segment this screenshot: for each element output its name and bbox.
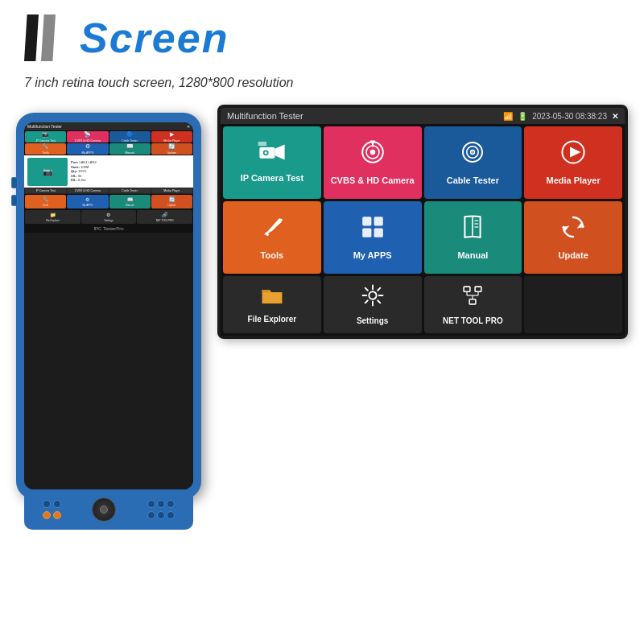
- tools-label: Tools: [261, 250, 284, 261]
- ctrl-btn-8[interactable]: [147, 511, 155, 519]
- mini-cell-2[interactable]: 📡 CVBS & HD Camera: [67, 131, 108, 142]
- svg-rect-21: [374, 229, 382, 237]
- monitor-grid: IP Camera Test CVBS & HD Camera: [221, 124, 625, 276]
- subtitle-text: 7 inch retina touch screen, 1280*800 res…: [0, 69, 644, 105]
- mini-manual[interactable]: 📖Manual: [109, 195, 151, 208]
- mini-settings[interactable]: ⚙Settings: [81, 210, 137, 224]
- mini-cell-6[interactable]: ⚙ My APPS: [67, 143, 108, 155]
- grid-cell-tools[interactable]: Tools: [223, 201, 321, 274]
- mini-cell-7[interactable]: 📖 Manual: [109, 143, 151, 155]
- mini-file[interactable]: 📁File Explorer: [25, 210, 80, 224]
- monitor-title: Multifunction Tester: [227, 111, 303, 121]
- mini-cell-1[interactable]: 📷 IP Camera Test: [25, 131, 66, 142]
- ctrl-btn-9[interactable]: [157, 511, 165, 519]
- device-controls: [24, 489, 193, 530]
- ctrl-btn-1[interactable]: [43, 500, 51, 508]
- side-knobs: [11, 177, 18, 206]
- ctrl-btn-10[interactable]: [167, 511, 175, 519]
- mini-cell-5[interactable]: 🔧 Tools: [25, 143, 66, 155]
- svg-line-16: [266, 219, 279, 233]
- device-logo-text: IPC TesterPro: [24, 225, 193, 233]
- settings-icon: [361, 284, 384, 312]
- media-label: Media Player: [546, 175, 600, 186]
- header-section: Screen: [0, 0, 644, 69]
- datetime: 2023-05-30 08:38:23: [532, 112, 607, 121]
- page-title: Screen: [80, 17, 229, 59]
- main-content: Multifunction Tester ✕ 📷 IP Camera Test …: [0, 105, 644, 499]
- ip-camera-label: IP Camera Test: [241, 173, 303, 184]
- bottom-cell-empty: [524, 276, 622, 333]
- device-body: Multifunction Tester ✕ 📷 IP Camera Test …: [16, 113, 201, 499]
- svg-rect-30: [469, 299, 476, 304]
- media-icon: [560, 139, 586, 169]
- grid-cell-apps[interactable]: My APPS: [324, 201, 422, 274]
- device-info-bar: 📷 Port: LAN1 LAN2 State: 100M Qty: 100% …: [24, 155, 193, 188]
- ctrl-btn-4[interactable]: [53, 511, 61, 519]
- svg-rect-20: [362, 229, 371, 237]
- knob-2: [11, 195, 18, 206]
- cable-label: Cable Tester: [447, 175, 499, 186]
- grid-cell-media[interactable]: Media Player: [524, 126, 622, 199]
- svg-rect-18: [362, 217, 371, 225]
- ctrl-btn-2[interactable]: [53, 500, 61, 508]
- grid-cell-update[interactable]: Update: [524, 201, 622, 274]
- device-screen: Multifunction Tester ✕ 📷 IP Camera Test …: [24, 122, 193, 489]
- svg-point-13: [473, 151, 474, 153]
- cable-icon: [460, 139, 485, 169]
- svg-marker-9: [369, 141, 374, 146]
- svg-rect-4: [258, 142, 266, 146]
- file-explorer-label: File Explorer: [248, 315, 297, 324]
- ctrl-btn-7[interactable]: [167, 500, 175, 508]
- signal-icon: 📶: [503, 112, 513, 121]
- cvbs-icon: [360, 139, 386, 169]
- device-title-bar: Multifunction Tester ✕: [24, 122, 193, 130]
- close-icon[interactable]: ✕: [612, 112, 618, 121]
- device-title-label: Multifunction Tester: [27, 124, 62, 129]
- net-tool-label: NET TOOL PRO: [443, 316, 503, 325]
- mini-cell-4[interactable]: ▶ Media Player: [151, 131, 192, 142]
- grid-cell-cable[interactable]: Cable Tester: [424, 126, 522, 199]
- mini-update[interactable]: 🔄Update: [151, 195, 192, 208]
- bottom-cell-net[interactable]: NET TOOL PRO: [424, 276, 522, 333]
- mini-net[interactable]: 🔗NET TOOL PRO: [137, 210, 192, 224]
- strip-1: [24, 14, 39, 61]
- knob-1: [11, 177, 18, 188]
- bottom-cell-file[interactable]: File Explorer: [223, 276, 321, 333]
- monitor-bottom-row: File Explorer Settings: [221, 276, 625, 336]
- apps-label: My APPS: [353, 250, 392, 261]
- ctrl-btn-5[interactable]: [147, 500, 155, 508]
- ip-camera-icon: [258, 142, 287, 167]
- grid-cell-ip-camera[interactable]: IP Camera Test: [223, 126, 321, 199]
- mini-label-3[interactable]: Cable Tester: [109, 188, 151, 193]
- cvbs-label: CVBS & HD Camera: [331, 175, 415, 186]
- mini-tools[interactable]: 🔧Tools: [25, 195, 66, 208]
- apps-icon: [360, 214, 386, 244]
- svg-marker-1: [275, 144, 284, 159]
- mini-label-4[interactable]: Media Player: [151, 188, 192, 193]
- net-tool-icon: [461, 284, 484, 312]
- mini-label-2[interactable]: CVBS & HD Camera: [67, 188, 108, 193]
- mini-apps[interactable]: ⚙My APPS: [67, 195, 108, 208]
- svg-rect-19: [374, 217, 382, 225]
- device-title-right: ✕: [187, 124, 190, 129]
- update-icon: [560, 214, 586, 244]
- bottom-cell-settings[interactable]: Settings: [324, 276, 422, 333]
- ctrl-btn-6[interactable]: [157, 500, 165, 508]
- info-text: Port: LAN1 LAN2 State: 100M Qty: 100% U/…: [71, 160, 97, 183]
- svg-point-7: [369, 150, 374, 155]
- grid-cell-cvbs[interactable]: CVBS & HD Camera: [324, 126, 422, 199]
- mini-cell-8[interactable]: 🔄 Update: [151, 143, 192, 155]
- svg-rect-29: [475, 287, 481, 291]
- monitor: Multifunction Tester 📶 🔋 2023-05-30 08:3…: [217, 105, 628, 339]
- svg-point-27: [369, 291, 376, 299]
- file-explorer-icon: [261, 286, 283, 310]
- strip-2: [41, 14, 56, 61]
- ctrl-btn-3[interactable]: [43, 511, 51, 519]
- tools-icon: [259, 214, 285, 244]
- update-label: Update: [558, 250, 588, 261]
- monitor-title-right: 📶 🔋 2023-05-30 08:38:23 ✕: [503, 112, 618, 121]
- joystick[interactable]: [92, 497, 116, 522]
- grid-cell-manual[interactable]: Manual: [424, 201, 522, 274]
- mini-label-1[interactable]: IP Camera Test: [25, 188, 66, 193]
- mini-cell-3[interactable]: 🔵 Cable Tester: [109, 131, 151, 142]
